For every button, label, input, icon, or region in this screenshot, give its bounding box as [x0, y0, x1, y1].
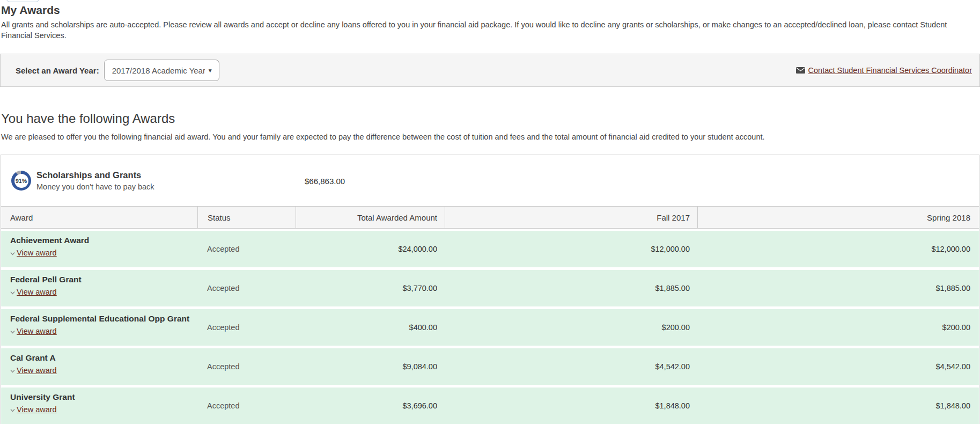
- awards-table-body: Achievement Award View award Accepted $2…: [1, 229, 979, 424]
- award-status: Accepted: [197, 270, 296, 306]
- award-total-amount: $400.00: [296, 309, 445, 346]
- view-award-line: View award: [10, 248, 197, 257]
- award-cell: Achievement Award View award: [1, 231, 197, 267]
- award-total-amount: $24,000.00: [296, 231, 445, 267]
- award-fall-amount: $4,542.00: [445, 348, 697, 385]
- award-table-row: Achievement Award View award Accepted $2…: [1, 231, 979, 267]
- column-header-award: Award: [1, 207, 197, 228]
- envelope-icon: [796, 67, 805, 74]
- award-spring-amount: $1,885.00: [697, 270, 979, 306]
- percent-donut-chart: 91%: [11, 171, 31, 191]
- award-fall-amount: $1,848.00: [445, 388, 697, 424]
- view-award-link[interactable]: View award: [17, 327, 57, 335]
- column-header-fall: Fall 2017: [445, 207, 697, 228]
- award-year-select[interactable]: 2017/2018 Academic Year: [104, 60, 219, 81]
- view-award-link[interactable]: View award: [17, 248, 57, 257]
- award-spring-amount: $1,848.00: [697, 388, 979, 424]
- award-name: Federal Pell Grant: [10, 275, 197, 284]
- intro-text: All grants and scholarships are auto-acc…: [1, 19, 961, 41]
- award-spring-amount: $12,000.00: [697, 231, 979, 267]
- chevron-down-icon: [10, 252, 15, 255]
- column-header-spring: Spring 2018: [697, 207, 979, 228]
- award-year-select-wrap: 2017/2018 Academic Year ▼: [104, 60, 219, 81]
- column-header-total: Total Awarded Amount: [296, 207, 445, 228]
- cut-off-top-button: [6, 0, 39, 2]
- award-status: Accepted: [197, 388, 296, 424]
- scholarships-summary: 91% Scholarships and Grants Money you do…: [1, 155, 979, 206]
- award-table-row: Federal Supplemental Educational Opp Gra…: [1, 309, 979, 346]
- award-status: Accepted: [197, 348, 296, 385]
- award-table-row: University Grant View award Accepted $3,…: [1, 388, 979, 424]
- awards-section-description: We are pleased to offer you the followin…: [1, 131, 961, 142]
- awards-panel: 91% Scholarships and Grants Money you do…: [1, 155, 979, 424]
- award-cell: Federal Supplemental Educational Opp Gra…: [1, 309, 197, 346]
- award-spring-amount: $4,542.00: [697, 348, 979, 385]
- award-spring-amount: $200.00: [697, 309, 979, 346]
- percent-value: 91%: [14, 174, 28, 188]
- award-table-row: Cal Grant A View award Accepted $9,084.0…: [1, 348, 979, 385]
- page-title: My Awards: [1, 4, 980, 17]
- award-name: Cal Grant A: [10, 353, 197, 363]
- award-total-amount: $9,084.00: [296, 348, 445, 385]
- award-name: Achievement Award: [10, 236, 197, 245]
- column-header-status: Status: [197, 207, 296, 228]
- award-year-bar: Select an Award Year: 2017/2018 Academic…: [0, 54, 980, 87]
- award-cell: Cal Grant A View award: [1, 348, 197, 385]
- contact-coordinator-link[interactable]: Contact Student Financial Services Coord…: [796, 66, 972, 75]
- award-fall-amount: $200.00: [445, 309, 697, 346]
- view-award-link[interactable]: View award: [17, 405, 57, 414]
- chevron-down-icon: [10, 291, 15, 295]
- view-award-link[interactable]: View award: [17, 366, 57, 375]
- summary-subtitle: Money you don't have to pay back: [36, 182, 154, 191]
- summary-title: Scholarships and Grants: [36, 170, 154, 180]
- award-status: Accepted: [197, 309, 296, 346]
- view-award-link[interactable]: View award: [17, 288, 57, 296]
- award-total-amount: $3,770.00: [296, 270, 445, 306]
- award-status: Accepted: [197, 231, 296, 267]
- award-cell: Federal Pell Grant View award: [1, 270, 197, 306]
- chevron-down-icon: [10, 330, 15, 334]
- award-fall-amount: $1,885.00: [445, 270, 697, 306]
- summary-text: Scholarships and Grants Money you don't …: [36, 170, 154, 191]
- chevron-down-icon: [10, 408, 15, 412]
- award-fall-amount: $12,000.00: [445, 231, 697, 267]
- award-name: University Grant: [10, 392, 197, 402]
- award-cell: University Grant View award: [1, 388, 197, 424]
- awards-table-header: Award Status Total Awarded Amount Fall 2…: [1, 206, 979, 229]
- award-total-amount: $3,696.00: [296, 388, 445, 424]
- view-award-line: View award: [10, 327, 197, 335]
- chevron-down-icon: [10, 369, 15, 373]
- contact-coordinator-label: Contact Student Financial Services Coord…: [808, 66, 972, 75]
- view-award-line: View award: [10, 288, 197, 296]
- view-award-line: View award: [10, 366, 197, 375]
- award-table-row: Federal Pell Grant View award Accepted $…: [1, 270, 979, 306]
- award-year-label: Select an Award Year:: [16, 66, 99, 75]
- view-award-line: View award: [10, 405, 197, 414]
- award-name: Federal Supplemental Educational Opp Gra…: [10, 314, 197, 324]
- awards-section-heading: You have the following Awards: [1, 111, 980, 127]
- summary-total-amount: $66,863.00: [305, 176, 345, 185]
